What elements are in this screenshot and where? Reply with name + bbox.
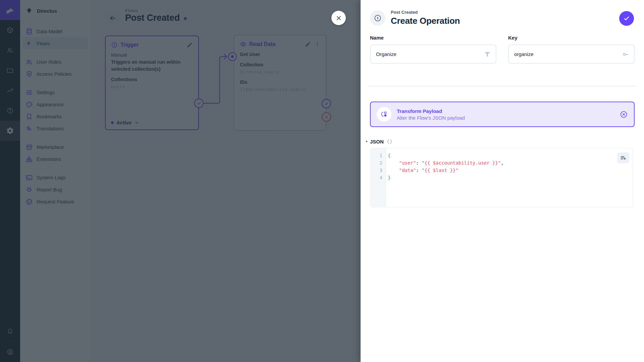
deselect-operation-type-icon[interactable] [620,110,628,119]
transform-payload-title: Transform Payload [397,108,614,114]
code-line: 1{ [371,152,633,159]
name-input-wrap [370,45,496,64]
line-number: 4 [371,174,386,181]
code-line-content: "data": "{{ $last }}" [386,167,459,174]
code-line-content: { [386,152,390,159]
line-number: 1 [371,152,386,159]
name-input[interactable] [375,51,484,57]
divider [368,86,636,86]
transform-icon [377,107,391,122]
key-input-wrap [508,45,635,64]
save-operation-button[interactable] [619,11,634,26]
field-edited-dot [366,141,367,142]
check-icon [623,15,630,22]
bolt-circle-icon [370,10,385,26]
name-field-label: Name [370,35,496,41]
transform-payload-subtitle: Alter the Flow's JSON payload [397,115,614,121]
drawer-breadcrumb: Post Created [391,10,460,15]
line-number: 2 [371,159,386,167]
modal-overlay[interactable] [0,0,361,362]
key-input[interactable] [514,51,622,57]
create-operation-drawer: Post Created Create Operation Name Key [361,0,644,362]
code-line: 3 "data": "{{ $last }}" [371,167,633,174]
close-drawer-button[interactable] [331,11,346,25]
code-line-content: } [386,174,390,181]
drawer-title: Create Operation [391,16,460,26]
json-field-label: JSON [370,139,384,144]
operation-type-transform-payload[interactable]: Transform Payload Alter the Flow's JSON … [370,102,635,127]
code-line-content: "user": "{{ $accountability.user }}", [386,159,504,167]
playlist-add-icon[interactable] [617,153,629,163]
code-line: 2 "user": "{{ $accountability.user }}", [371,159,633,167]
key-icon [622,51,629,58]
key-field-label: Key [508,35,635,41]
code-braces-icon [386,138,393,145]
title-icon [484,51,491,58]
json-code-editor[interactable]: 1{2 "user": "{{ $accountability.user }}"… [370,148,633,207]
close-icon [335,15,342,21]
code-line: 4} [371,174,633,181]
line-number: 3 [371,167,386,174]
